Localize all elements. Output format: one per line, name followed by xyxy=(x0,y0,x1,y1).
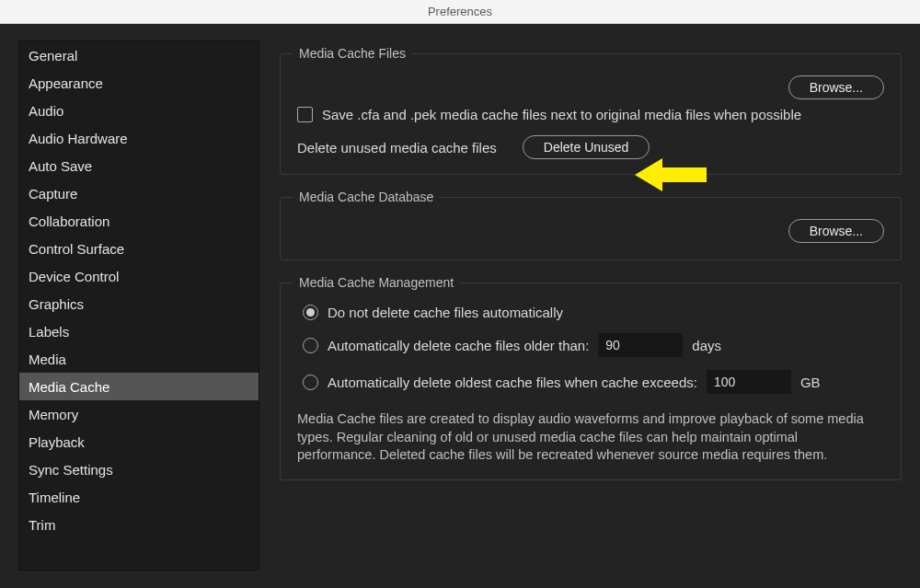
sidebar-item-memory[interactable]: Memory xyxy=(19,400,259,428)
sidebar-item-label: Auto Save xyxy=(29,158,92,174)
sidebar-item-media[interactable]: Media xyxy=(19,345,259,373)
sidebar-item-label: Capture xyxy=(29,186,77,202)
sidebar-item-graphics[interactable]: Graphics xyxy=(19,290,259,317)
group-legend: Media Cache Management xyxy=(293,275,459,290)
delete-unused-button[interactable]: Delete Unused xyxy=(523,135,650,159)
delete-older-than-days-input[interactable] xyxy=(598,333,683,357)
sidebar-item-label: General xyxy=(29,48,77,63)
sidebar-item-label: Playback xyxy=(29,434,85,450)
sidebar-item-label: Audio xyxy=(29,103,63,119)
sidebar-item-label: Device Control xyxy=(29,269,119,284)
radio-delete-when-exceeds-label: Automatically delete oldest cache files … xyxy=(328,375,697,390)
sidebar-item-audio-hardware[interactable]: Audio Hardware xyxy=(19,124,259,152)
sidebar-item-audio[interactable]: Audio xyxy=(19,97,259,124)
sidebar-item-collaboration[interactable]: Collaboration xyxy=(19,207,259,235)
preferences-panel-media-cache: Media Cache Files Browse... Save .cfa an… xyxy=(280,40,902,570)
sidebar-item-label: Audio Hardware xyxy=(29,131,128,146)
delete-when-exceeds-unit: GB xyxy=(800,375,821,390)
sidebar-item-label: Timeline xyxy=(29,490,80,505)
sidebar-item-label: Media xyxy=(29,352,66,367)
sidebar-item-auto-save[interactable]: Auto Save xyxy=(19,152,259,179)
radio-delete-older-than-label: Automatically delete cache files older t… xyxy=(328,338,589,353)
window-title: Preferences xyxy=(428,5,492,18)
browse-cache-database-button[interactable]: Browse... xyxy=(788,219,884,243)
save-next-to-original-label: Save .cfa and .pek media cache files nex… xyxy=(322,107,801,122)
sidebar-item-label: Media Cache xyxy=(29,379,109,395)
browse-cache-files-button[interactable]: Browse... xyxy=(788,75,884,99)
sidebar-item-sync-settings[interactable]: Sync Settings xyxy=(19,455,259,483)
group-legend: Media Cache Files xyxy=(293,46,411,61)
sidebar-item-media-cache[interactable]: Media Cache xyxy=(19,373,259,400)
sidebar-item-appearance[interactable]: Appearance xyxy=(19,69,259,97)
group-media-cache-management: Media Cache Management Do not delete cac… xyxy=(280,275,902,480)
sidebar-item-general[interactable]: General xyxy=(19,41,259,69)
sidebar-item-label: Graphics xyxy=(29,296,84,312)
preferences-category-list[interactable]: General Appearance Audio Audio Hardware … xyxy=(18,40,259,571)
sidebar-item-label: Labels xyxy=(29,324,69,340)
radio-do-not-delete-label: Do not delete cache files automatically xyxy=(328,305,563,320)
preferences-sheet: General Appearance Audio Audio Hardware … xyxy=(0,24,920,588)
sidebar-item-timeline[interactable]: Timeline xyxy=(19,483,259,511)
management-help-text: Media Cache files are created to display… xyxy=(297,410,868,465)
delete-unused-label: Delete unused media cache files xyxy=(297,140,497,156)
sidebar-item-label: Memory xyxy=(29,407,78,422)
sidebar-item-label: Collaboration xyxy=(29,213,109,229)
radio-delete-older-than[interactable] xyxy=(303,338,318,353)
sidebar-item-label: Appearance xyxy=(29,75,103,91)
radio-do-not-delete[interactable] xyxy=(303,305,318,320)
sidebar-item-label: Trim xyxy=(29,517,55,533)
radio-delete-when-exceeds[interactable] xyxy=(303,375,318,390)
sidebar-item-label: Control Surface xyxy=(29,241,124,257)
sidebar-item-capture[interactable]: Capture xyxy=(19,179,259,207)
sidebar-item-playback[interactable]: Playback xyxy=(19,428,259,455)
group-media-cache-files: Media Cache Files Browse... Save .cfa an… xyxy=(280,46,902,175)
delete-older-than-unit: days xyxy=(692,338,721,353)
sidebar-item-label: Sync Settings xyxy=(29,462,113,478)
sidebar-item-device-control[interactable]: Device Control xyxy=(19,262,259,290)
window-titlebar: Preferences xyxy=(0,0,920,24)
save-next-to-original-checkbox[interactable] xyxy=(297,107,313,122)
sidebar-item-labels[interactable]: Labels xyxy=(19,317,259,345)
group-legend: Media Cache Database xyxy=(293,190,439,204)
sidebar-item-control-surface[interactable]: Control Surface xyxy=(19,235,259,262)
group-media-cache-database: Media Cache Database Browse... xyxy=(280,190,902,260)
sidebar-item-trim[interactable]: Trim xyxy=(19,511,259,538)
delete-when-exceeds-gb-input[interactable] xyxy=(707,370,791,394)
